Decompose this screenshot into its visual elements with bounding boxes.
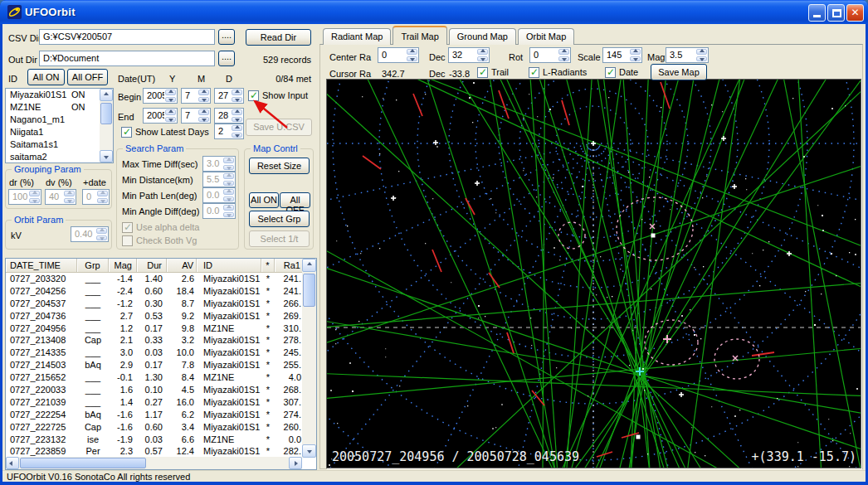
table-row[interactable]: 0727_204736___2.70.539.2Miyazaki01S1*269…	[6, 310, 303, 323]
table-row[interactable]: 0727_220033___1.60.104.5Miyazaki01S1*268…	[6, 384, 303, 396]
trail-map[interactable]: 20050727_204956 / 20050728_045639+(339.1…	[326, 79, 861, 468]
column-header-datetime[interactable]: DATE_TIME	[6, 259, 77, 272]
station-list-item[interactable]: Niigata1	[6, 126, 100, 138]
begin-month-spinner[interactable]: 7	[181, 88, 211, 104]
kv-spinner[interactable]: 0.40	[71, 226, 109, 242]
table-row[interactable]: 0727_204956___1.20.179.8MZ1NE*310.	[6, 323, 303, 335]
maximize-button[interactable]	[827, 4, 845, 22]
table-scroll-left[interactable]	[6, 457, 19, 469]
status-bar: UFOOrbit V0.16 SonotaCo All rights reser…	[2, 470, 866, 482]
tab-ground-map[interactable]: Ground Map	[449, 28, 516, 45]
station-list-item[interactable]: saitama2	[6, 151, 100, 163]
begin-label: Begin	[118, 92, 141, 102]
station-list-item[interactable]: Saitama1s1	[6, 138, 100, 151]
scroll-down-button[interactable]	[100, 150, 113, 162]
table-row[interactable]: 0727_214335___3.00.0310.0Miyazaki01S1*24…	[6, 347, 303, 359]
orbit-param-title: Orbit Param	[12, 215, 66, 225]
center-ra-spinner[interactable]: 0	[378, 47, 419, 63]
mag-label: Mag	[647, 52, 665, 62]
title-bar[interactable]: UFOOrbit ✕	[0, 0, 868, 24]
station-list[interactable]: Miyazaki01S1ONMZ1NEONNagano1_m1Niigata1S…	[5, 88, 114, 163]
minimize-button[interactable]	[808, 4, 826, 22]
table-hscroll-thumb[interactable]	[20, 458, 146, 468]
tab-radiant-map[interactable]: Radiant Map	[323, 28, 391, 45]
table-row[interactable]: 0727_214503bAq2.90.177.8Miyazaki01S1*255…	[6, 359, 303, 371]
search-param-group: Search Param Max Time Diff(sec)3.0Min Di…	[116, 148, 239, 250]
table-row[interactable]: 0727_223132ise-1.90.036.6MZ1NE*0.0	[6, 434, 303, 446]
map-time-range: 20050727_204956 / 20050728_045639	[332, 449, 579, 464]
search-param-spinner[interactable]: 3.0	[202, 156, 236, 172]
orbit-param-group: Orbit Param kV 0.40	[5, 220, 112, 250]
trail-map-canvas: 20050727_204956 / 20050728_045639+(339.1…	[327, 80, 861, 468]
mag-spinner[interactable]: 3.5	[666, 47, 709, 63]
map-contrl-title: Map Contrl	[251, 143, 300, 153]
table-row[interactable]: 0727_215652___-0.11.308.4MZ1NE*4.0	[6, 371, 303, 384]
column-header-[interactable]: *	[261, 259, 275, 272]
observation-table[interactable]: DATE_TIMEGrpMagDurAVID*Ra1 0727_203320__…	[5, 258, 317, 470]
station-list-item[interactable]: Nagano1_m1	[6, 114, 100, 126]
table-row[interactable]: 0727_204256___-2.40.6018.4Miyazaki01S1*2…	[6, 285, 303, 298]
scale-label: Scale	[578, 52, 601, 62]
search-param-label: Max Time Diff(sec)	[122, 159, 197, 169]
column-header-dur[interactable]: Dur	[137, 259, 167, 272]
end-year-spinner[interactable]: 2005	[143, 108, 178, 124]
kv-label: kV	[11, 230, 22, 240]
rot-spinner[interactable]: 0	[529, 47, 571, 63]
close-button[interactable]: ✕	[846, 4, 864, 22]
dr-label: dr (%)	[9, 177, 34, 187]
column-header-mag[interactable]: Mag	[109, 259, 137, 272]
save-map-button[interactable]: Save Map	[651, 64, 707, 80]
select-1t-button[interactable]: Select 1/t	[249, 230, 310, 247]
id-label: ID	[8, 74, 17, 84]
table-row[interactable]: 0727_203320___-1.41.402.6Miyazaki01S1*24…	[6, 273, 303, 285]
out-dir-input[interactable]: D:¥Document	[39, 51, 215, 66]
center-dec-label: Dec	[429, 52, 446, 62]
cursor-ra-value: 342.7	[382, 69, 405, 79]
tab-orbit-map[interactable]: Orbit Map	[518, 28, 574, 45]
table-row[interactable]: 0727_222725Cap-1.60.603.4Miyazaki01S1*26…	[6, 421, 303, 434]
select-grp-button[interactable]: Select Grp	[249, 211, 310, 227]
dr-spinner[interactable]: 100	[8, 189, 41, 205]
id-all-off-button[interactable]: All OFF	[67, 69, 108, 85]
search-param-spinner[interactable]: 0.0	[202, 203, 236, 219]
end-month-spinner[interactable]: 7	[181, 108, 211, 124]
table-scroll-down[interactable]	[302, 444, 316, 458]
station-list-item[interactable]: Miyazaki01S1ON	[6, 89, 100, 101]
search-param-spinner[interactable]: 0.0	[202, 187, 236, 203]
table-header[interactable]: DATE_TIMEGrpMagDurAVID*Ra1	[6, 259, 303, 273]
rot-label: Rot	[509, 52, 523, 62]
column-header-id[interactable]: ID	[197, 259, 261, 272]
begin-year-spinner[interactable]: 2005	[143, 88, 178, 104]
read-dir-button[interactable]: Read Dir	[246, 29, 311, 46]
center-dec-spinner[interactable]: 32	[448, 47, 490, 63]
map-contrl-group: Map Contrl Reset Size All ON All OFF Sel…	[244, 148, 314, 250]
station-list-item[interactable]: MZ1NEON	[6, 101, 100, 114]
map-all-off-button[interactable]: All OFF	[280, 192, 310, 208]
table-scroll-right[interactable]	[289, 457, 302, 469]
reset-size-button[interactable]: Reset Size	[249, 158, 310, 174]
column-header-ra1[interactable]: Ra1	[275, 259, 303, 272]
table-vscroll-thumb[interactable]	[303, 274, 315, 307]
map-all-on-button[interactable]: All ON	[249, 192, 279, 208]
table-row[interactable]: 0727_204537___-1.20.308.7Miyazaki01S1*26…	[6, 298, 303, 310]
csv-dir-input[interactable]: G:¥CSV¥200507	[39, 29, 215, 45]
scale-spinner[interactable]: 145	[602, 47, 642, 63]
table-row[interactable]: 0727_222254bAq-1.61.176.2Miyazaki01S1*27…	[6, 409, 303, 421]
dv-spinner[interactable]: 40	[45, 189, 76, 205]
search-param-label: Min Distance(km)	[122, 175, 193, 185]
table-row[interactable]: 0727_213408Cap2.10.333.2Miyazaki01S1*278…	[6, 334, 303, 347]
tab-trail-map[interactable]: Trail Map	[393, 26, 446, 45]
window-title: UFOOrbit	[25, 6, 76, 18]
search-param-spinner[interactable]: 5.5	[202, 172, 236, 187]
out-dir-label: Out Dir	[8, 55, 37, 65]
table-scroll-up[interactable]	[302, 259, 316, 272]
scroll-up-button[interactable]	[100, 89, 113, 101]
column-header-grp[interactable]: Grp	[77, 259, 109, 272]
scroll-thumb[interactable]	[100, 103, 112, 124]
table-row[interactable]: 0727_221039___1.40.2716.0Miyazaki01S1*30…	[6, 396, 303, 409]
plus-date-spinner[interactable]: 0	[82, 189, 110, 205]
map-tabs: Radiant MapTrail MapGround MapOrbit Map	[323, 26, 576, 45]
id-all-on-button[interactable]: All ON	[27, 69, 65, 85]
csv-browse-button[interactable]: ....	[218, 29, 235, 45]
column-header-av[interactable]: AV	[167, 259, 197, 272]
